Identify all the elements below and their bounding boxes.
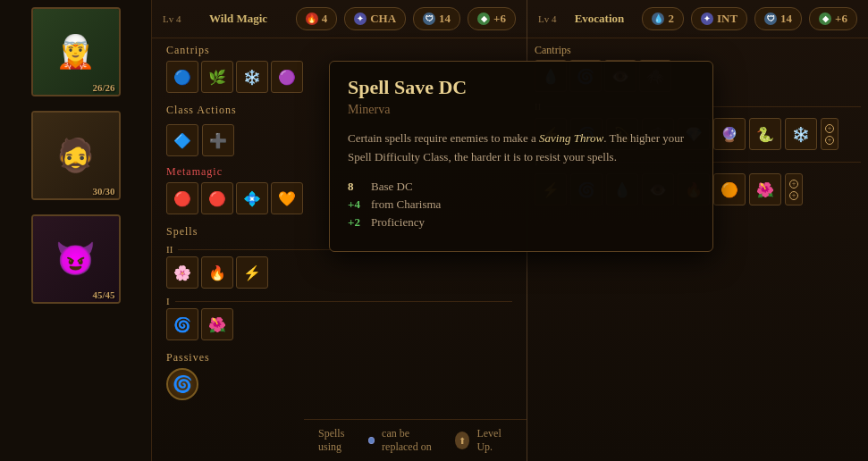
shield-value: 14 bbox=[439, 12, 451, 26]
level-i-marker: I bbox=[152, 294, 527, 308]
character-portrait-1[interactable]: 🧝 26/26 bbox=[31, 7, 121, 96]
inspect-popup: T Inspect Spell Save DC Minerva Certain … bbox=[329, 61, 713, 252]
spell-i-slot-2[interactable]: 🌺 bbox=[201, 308, 233, 340]
dot-indicator bbox=[368, 437, 375, 444]
passives-row: 🌀 bbox=[152, 368, 527, 406]
spell-i-icon-2: 🌺 bbox=[204, 311, 231, 338]
inspect-content: Spell Save DC Minerva Certain spells req… bbox=[330, 62, 712, 251]
inspect-description: Certain spells require enemies to make a… bbox=[348, 130, 695, 167]
cantrip-slot-1[interactable]: 🔵 bbox=[166, 61, 198, 93]
metamagic-icon-2: 🔴 bbox=[204, 185, 231, 212]
star-icon: ✦ bbox=[354, 13, 367, 25]
spell-ii-icon-2: 🔥 bbox=[204, 259, 231, 286]
right-add-i-btn[interactable]: + + bbox=[785, 173, 803, 205]
plus-top: + bbox=[825, 124, 834, 133]
left-class-name: Wild Magic bbox=[188, 12, 288, 26]
cantrip-slot-3[interactable]: ❄️ bbox=[236, 61, 268, 93]
can-be-replaced-label: can be replaced on bbox=[382, 427, 448, 454]
left-lv-badge: Lv 4 bbox=[163, 13, 181, 24]
passives-label: Passives bbox=[152, 346, 527, 368]
spell-ii-slot-3[interactable]: ⚡ bbox=[236, 256, 268, 289]
right-shield2-value: 14 bbox=[780, 12, 792, 26]
action-slot-1[interactable]: 🔷 bbox=[166, 124, 198, 156]
spells-using-label: Spells using bbox=[318, 427, 361, 454]
level-ii-label: II bbox=[166, 244, 173, 255]
from-charisma-line: +4 from Charisma bbox=[348, 197, 695, 212]
spells-i-grid: 🌀 🌺 bbox=[152, 308, 527, 346]
proficiency-value: +2 bbox=[348, 215, 366, 230]
character-portrait-2[interactable]: 🧔 30/30 bbox=[31, 111, 121, 200]
level-up-label: Level Up. bbox=[476, 427, 512, 454]
action-slot-2[interactable]: ➕ bbox=[202, 124, 234, 156]
right-shield-icon: 💧 bbox=[652, 13, 664, 25]
right-lv-badge: Lv 4 bbox=[538, 13, 556, 24]
action-icon-1: 🔷 bbox=[169, 127, 196, 154]
spell-ii-slot-1[interactable]: 🌸 bbox=[166, 256, 198, 289]
metamagic-slot-4[interactable]: 🧡 bbox=[271, 182, 303, 214]
base-dc-label: Base DC bbox=[371, 180, 413, 194]
base-dc-line: 8 Base DC bbox=[348, 180, 695, 194]
inspect-title: Spell Save DC bbox=[348, 76, 695, 99]
metamagic-icon-1: 🔴 bbox=[169, 185, 196, 212]
spell-i-slot-1[interactable]: 🌀 bbox=[166, 308, 198, 340]
shield-stat-badge: 🛡 14 bbox=[413, 7, 460, 30]
left-stats-bar: Lv 4 Wild Magic 🔥 4 ✦ CHA 🛡 14 ◆ +6 bbox=[152, 0, 527, 38]
right-shield2-stat-badge: 🛡 14 bbox=[754, 7, 802, 30]
plus-i-bottom: + bbox=[789, 191, 798, 200]
cantrip-slot-2[interactable]: 🌿 bbox=[201, 61, 233, 93]
level-i-label: I bbox=[166, 296, 170, 306]
right-spell-ii-6[interactable]: 🔮 bbox=[713, 118, 746, 150]
metamagic-slot-2[interactable]: 🔴 bbox=[201, 182, 233, 214]
metamagic-icon-3: 💠 bbox=[239, 185, 265, 212]
metamagic-slot-1[interactable]: 🔴 bbox=[166, 182, 198, 214]
character-portrait-3[interactable]: 😈 45/45 bbox=[31, 214, 121, 304]
spell-ii-slot-2[interactable]: 🔥 bbox=[201, 256, 233, 289]
spell-ii-icon-1: 🌸 bbox=[169, 259, 196, 286]
gem-stat-badge: ◆ +6 bbox=[468, 7, 516, 30]
up-icon: ⬆ bbox=[455, 432, 469, 449]
character-hp-3: 45/45 bbox=[92, 289, 114, 300]
right-class-name: Evocation bbox=[563, 12, 635, 26]
cantrips-label: Cantrips bbox=[152, 38, 527, 61]
gem-value: +6 bbox=[493, 12, 506, 26]
right-stats-bar: Lv 4 Evocation 💧 2 ✦ INT 🛡 14 ◆ +6 bbox=[527, 0, 868, 38]
spells-ii-grid: 🌸 🔥 ⚡ bbox=[152, 256, 527, 294]
spell-ii-icon-3: ⚡ bbox=[239, 259, 265, 286]
right-int-stat-badge: ✦ INT bbox=[691, 7, 747, 30]
right-spell-i-7[interactable]: 🌺 bbox=[749, 173, 781, 205]
cantrip-icon-2: 🌿 bbox=[204, 63, 231, 90]
right-add-ii-btn[interactable]: + + bbox=[821, 118, 839, 150]
cantrip-icon-1: 🔵 bbox=[169, 63, 196, 90]
right-spell-ii-8[interactable]: ❄️ bbox=[785, 118, 817, 150]
right-shield-value: 2 bbox=[668, 12, 674, 26]
bottom-bar: Spells using can be replaced on ⬆ Level … bbox=[304, 419, 527, 461]
right-int-label: INT bbox=[717, 12, 737, 26]
cha-label: CHA bbox=[370, 12, 396, 26]
right-spell-ii-7[interactable]: 🐍 bbox=[749, 118, 781, 150]
character-hp-2: 30/30 bbox=[92, 186, 114, 197]
metamagic-icon-4: 🧡 bbox=[274, 185, 300, 212]
right-gem-icon: ◆ bbox=[819, 13, 831, 25]
gem-icon: ◆ bbox=[477, 13, 490, 25]
base-dc-value: 8 bbox=[348, 180, 366, 194]
right-spell-i-6[interactable]: 🟠 bbox=[713, 173, 746, 205]
plus-bottom: + bbox=[825, 136, 834, 145]
shield-icon: 🛡 bbox=[423, 13, 435, 25]
proficiency-label: Proficiency bbox=[371, 215, 425, 230]
highlight-text: Saving Throw bbox=[539, 131, 603, 145]
spell-i-icon-1: 🌀 bbox=[169, 311, 196, 338]
fire-stat-badge: 🔥 4 bbox=[296, 7, 338, 30]
metamagic-slot-3[interactable]: 💠 bbox=[236, 182, 268, 214]
cha-stat-badge: ✦ CHA bbox=[344, 7, 406, 30]
proficiency-line: +2 Proficiency bbox=[348, 215, 695, 230]
right-gem-stat-badge: ◆ +6 bbox=[809, 7, 857, 30]
cantrip-icon-3: ❄️ bbox=[239, 63, 265, 90]
character-hp-1: 26/26 bbox=[92, 82, 114, 93]
from-charisma-label: from Charisma bbox=[371, 197, 441, 212]
inspect-subtitle: Minerva bbox=[348, 103, 695, 117]
cantrip-slot-4[interactable]: 🟣 bbox=[271, 61, 303, 93]
passives-icon[interactable]: 🌀 bbox=[166, 368, 198, 400]
right-gem-value: +6 bbox=[835, 12, 847, 26]
fire-icon: 🔥 bbox=[306, 13, 318, 25]
action-icon-2: ➕ bbox=[205, 127, 232, 154]
